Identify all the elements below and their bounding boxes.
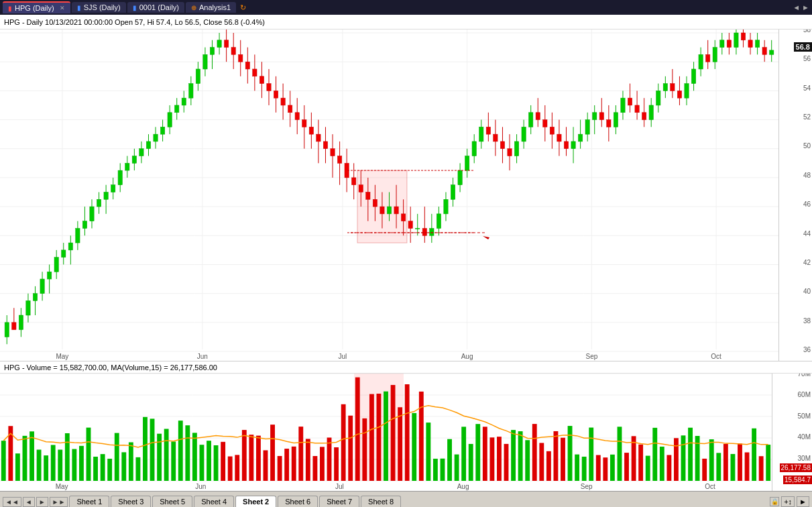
price-label-46: 46 <box>803 201 811 208</box>
sheet-tab-5[interactable]: Sheet 5 <box>152 496 192 507</box>
tab-nav-first[interactable]: ◄◄ <box>3 497 21 507</box>
sheet-tab-8[interactable]: Sheet 8 <box>361 496 401 507</box>
price-label-38: 38 <box>803 317 811 324</box>
price-label-50: 50 <box>803 142 811 150</box>
refresh-icon[interactable]: ↻ <box>240 3 246 12</box>
price-label-42: 42 <box>803 258 811 266</box>
sheet-tab-4[interactable]: Sheet 4 <box>194 496 234 507</box>
lock-icon[interactable]: 🔒 <box>770 497 779 506</box>
sheet-tabs: ◄◄ ◄ ► ►► Sheet 1 Sheet 3 Sheet 5 Sheet … <box>0 491 812 507</box>
sheet-tab-6[interactable]: Sheet 6 <box>278 496 318 507</box>
sheet-tab-1[interactable]: Sheet 1 <box>69 496 109 507</box>
candlestick-canvas[interactable] <box>0 30 778 361</box>
tab-nav-prev[interactable]: ◄ <box>23 497 35 507</box>
tab-analysis1[interactable]: ⊕ Analysis1 <box>186 2 236 13</box>
volume-infobar: HPG - Volume = 15,582,700.00, MA(Volume,… <box>0 361 812 374</box>
tab-nav-next[interactable]: ► <box>36 497 48 507</box>
chart-container: 58565452504846444240383656.8 HPG - Volum… <box>0 30 812 491</box>
window-nav: ◄ ► <box>793 3 809 11</box>
add-sheet-icon[interactable]: +↕ <box>781 496 795 507</box>
volume-scale: 70M60M50M40M30M20M26,177.5815,584.7 <box>772 374 812 491</box>
price-label-36: 36 <box>803 346 811 353</box>
vol-label-70M: 70M <box>798 374 811 378</box>
price-label-40: 40 <box>803 288 811 295</box>
current-vol-label: 15,584.7 <box>783 475 812 484</box>
sheet-tab-2[interactable]: Sheet 2 <box>235 496 276 507</box>
tab-sjs[interactable]: ▮ SJS (Daily) <box>72 2 126 13</box>
volume-canvas[interactable] <box>0 374 772 491</box>
sheet-tab-7[interactable]: Sheet 7 <box>319 496 359 507</box>
price-label-58: 58 <box>803 30 811 34</box>
price-label-56: 56 <box>803 55 811 62</box>
vol-label-60M: 60M <box>798 391 811 398</box>
price-label-54: 54 <box>803 84 811 91</box>
volume-chart[interactable]: 70M60M50M40M30M20M26,177.5815,584.7 <box>0 374 812 491</box>
current-price-label: 56.8 <box>794 42 812 52</box>
vol-label-40M: 40M <box>798 433 811 441</box>
sheet-tab-3[interactable]: Sheet 3 <box>111 496 151 507</box>
price-label-52: 52 <box>803 113 811 121</box>
scroll-right-icon[interactable]: ► <box>797 496 809 507</box>
price-label-44: 44 <box>803 229 811 237</box>
vol-label-50M: 50M <box>798 412 811 419</box>
tab-nav-last[interactable]: ►► <box>50 497 68 507</box>
price-label-48: 48 <box>803 171 811 178</box>
tab-controls: 🔒 +↕ ► <box>770 496 809 507</box>
tab-0001[interactable]: ▮ 0001 (Daily) <box>127 2 184 13</box>
chart-infobar: HPG - Daily 10/13/2021 00:00:00 Open 57,… <box>0 15 812 30</box>
tab-hpg[interactable]: ▮ HPG (Daily) ✕ <box>3 1 70 13</box>
close-tab-hpg[interactable]: ✕ <box>60 5 65 11</box>
vol-label-30M: 30M <box>798 454 811 461</box>
main-chart[interactable]: 58565452504846444240383656.8 <box>0 30 812 361</box>
titlebar: ▮ HPG (Daily) ✕ ▮ SJS (Daily) ▮ 0001 (Da… <box>0 0 812 15</box>
price-scale: 58565452504846444240383656.8 <box>778 30 812 361</box>
current-vol-label-ma: 26,177.58 <box>780 463 813 472</box>
